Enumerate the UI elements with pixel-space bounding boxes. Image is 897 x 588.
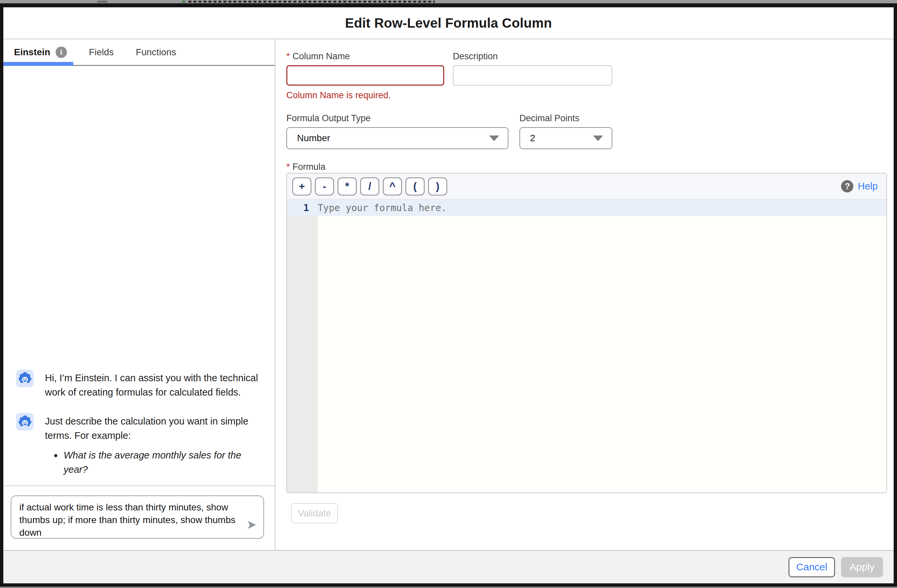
decimal-points-group: Decimal Points 2	[519, 113, 612, 149]
chat-input-value: if actual work time is less than thirty …	[19, 502, 236, 538]
line-number: 1	[287, 202, 318, 213]
einstein-face-icon	[18, 415, 32, 429]
formula-form-panel: * Column Name Column Name is required. D…	[276, 39, 894, 550]
chevron-down-icon	[593, 136, 603, 141]
type-decimal-row: Formula Output Type Number Decimal Point…	[286, 113, 886, 149]
chat-message: Just describe the calculation you want i…	[16, 413, 266, 477]
tab-fields[interactable]: Fields	[89, 47, 114, 58]
chat-message-text: Hi, I’m Einstein. I can assist you with …	[45, 370, 265, 400]
description-group: Description	[453, 51, 612, 101]
example-item: What is the average monthly sales for th…	[62, 448, 265, 477]
required-asterisk: *	[286, 51, 290, 61]
formula-output-type-value: Number	[297, 133, 330, 144]
name-description-row: * Column Name Column Name is required. D…	[286, 51, 886, 101]
dialog-footer: Cancel Apply	[3, 550, 894, 583]
operator-plus-button[interactable]: +	[292, 178, 311, 196]
formula-label: * Formula	[286, 162, 886, 172]
tab-functions[interactable]: Functions	[136, 47, 176, 58]
dialog-title: Edit Row-Level Formula Column	[345, 16, 552, 31]
dialog-body: Einstein i Fields Functions	[3, 39, 894, 550]
help-link[interactable]: ? Help	[841, 180, 878, 193]
validate-button[interactable]: Validate	[291, 503, 338, 524]
formula-output-type-group: Formula Output Type Number	[286, 113, 508, 149]
info-icon[interactable]: i	[56, 47, 67, 58]
question-mark-icon: ?	[841, 180, 853, 193]
operator-open-paren-button[interactable]: (	[406, 178, 424, 196]
column-name-error: Column Name is required.	[286, 90, 444, 101]
einstein-avatar-icon	[16, 413, 34, 430]
chat-composer: if actual work time is less than thirty …	[3, 485, 275, 550]
help-label: Help	[858, 181, 878, 192]
formula-output-type-label: Formula Output Type	[286, 113, 508, 124]
operator-minus-button[interactable]: -	[315, 178, 334, 196]
tab-functions-label: Functions	[136, 47, 176, 58]
editor-active-line[interactable]: 1 Type your formula here.	[287, 199, 886, 216]
background-artifact-dot	[182, 1, 185, 3]
operator-divide-button[interactable]: /	[360, 178, 379, 196]
dialog-header: Edit Row-Level Formula Column	[3, 7, 894, 39]
operator-close-paren-button[interactable]: )	[428, 178, 447, 196]
background-text-fragments	[188, 1, 435, 3]
formula-toolbar: + - * / ^ ( ) ? Help	[287, 173, 886, 199]
einstein-avatar-icon	[16, 370, 34, 387]
formula-editor-box: + - * / ^ ( ) ? Help 1	[286, 173, 887, 493]
chat-message: Hi, I’m Einstein. I can assist you with …	[16, 370, 266, 400]
tab-fields-label: Fields	[89, 47, 114, 58]
formula-placeholder: Type your formula here.	[318, 202, 447, 213]
chat-message-text: Just describe the calculation you want i…	[45, 413, 265, 477]
editor-content[interactable]	[318, 216, 886, 492]
tab-einstein-label: Einstein	[14, 47, 50, 58]
example-list: What is the average monthly sales for th…	[45, 448, 265, 477]
editor-gutter	[287, 216, 318, 492]
operator-exponent-button[interactable]: ^	[383, 178, 402, 196]
column-name-group: * Column Name Column Name is required.	[286, 51, 444, 101]
editor-body[interactable]	[287, 216, 886, 492]
decimal-points-select[interactable]: 2	[519, 127, 612, 149]
screen: Edit Row-Level Formula Column Einstein i…	[0, 0, 897, 588]
required-asterisk: *	[286, 162, 290, 172]
left-panel: Einstein i Fields Functions	[3, 39, 276, 550]
cancel-button[interactable]: Cancel	[788, 557, 835, 577]
description-input[interactable]	[453, 65, 612, 86]
modal-dialog: Edit Row-Level Formula Column Einstein i…	[0, 3, 897, 586]
tab-bar: Einstein i Fields Functions	[3, 39, 275, 66]
decimal-points-label: Decimal Points	[519, 113, 612, 124]
chevron-down-icon	[489, 136, 499, 141]
chat-message-intro: Just describe the calculation you want i…	[45, 416, 248, 441]
active-tab-underline	[3, 62, 73, 66]
einstein-chat-area: Hi, I’m Einstein. I can assist you with …	[3, 66, 275, 485]
chat-input[interactable]: if actual work time is less than thirty …	[11, 495, 264, 539]
tab-einstein[interactable]: Einstein i	[14, 47, 67, 58]
background-artifact	[97, 1, 107, 3]
decimal-points-value: 2	[530, 133, 536, 144]
formula-output-type-select[interactable]: Number	[286, 127, 508, 149]
background-window-sliver	[0, 0, 897, 3]
column-name-input[interactable]	[286, 65, 444, 86]
operator-multiply-button[interactable]: *	[338, 178, 357, 196]
apply-button[interactable]: Apply	[841, 557, 883, 577]
description-label: Description	[453, 51, 612, 61]
formula-code-editor[interactable]: 1 Type your formula here.	[287, 199, 886, 492]
send-icon[interactable]: ➤	[246, 518, 257, 531]
column-name-label: * Column Name	[286, 51, 444, 61]
einstein-face-icon	[18, 372, 32, 385]
